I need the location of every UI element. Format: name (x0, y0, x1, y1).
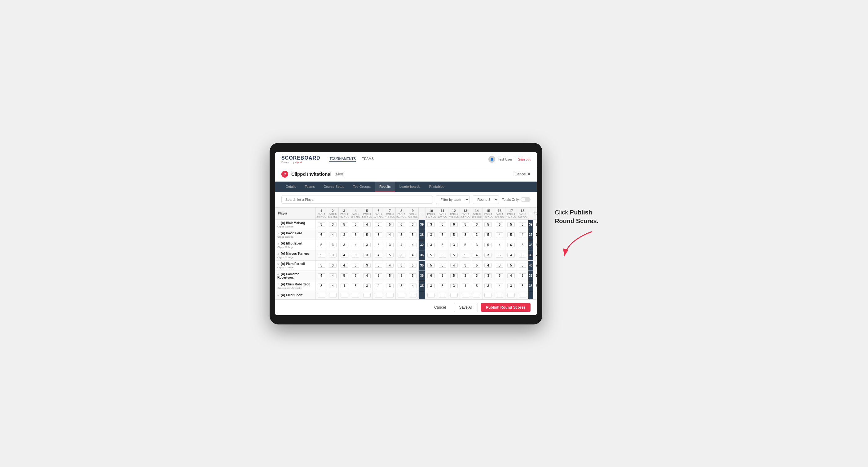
sign-out-link[interactable]: Sign out (518, 157, 530, 161)
score-input-hole-9[interactable] (409, 243, 416, 247)
save-all-btn[interactable]: Save All (454, 303, 478, 312)
hole-3-score[interactable] (338, 271, 350, 281)
hole-9-score[interactable] (407, 250, 418, 260)
hole-14-score[interactable] (471, 230, 483, 240)
hole-16-score[interactable] (494, 281, 505, 291)
hole-9-score[interactable] (407, 230, 418, 240)
score-input-hole-5[interactable] (363, 293, 371, 298)
score-input-hole-1[interactable] (318, 273, 325, 278)
score-input-hole-17[interactable] (507, 273, 515, 278)
score-input-hole-10[interactable] (427, 263, 435, 268)
score-input-hole-15[interactable] (484, 273, 492, 278)
score-input-hole-3[interactable] (341, 263, 348, 268)
hole-14-score[interactable] (471, 271, 483, 281)
score-input-hole-7[interactable] (386, 232, 394, 237)
score-input-hole-14[interactable] (473, 284, 480, 288)
hole-11-score[interactable] (437, 250, 448, 260)
score-input-hole-3[interactable] (341, 293, 348, 298)
filter-team-select[interactable]: Filter by team (436, 195, 470, 204)
hole-16-score[interactable] (494, 240, 505, 250)
hole-13-score[interactable] (460, 281, 471, 291)
hole-17-score[interactable] (505, 250, 517, 260)
score-input-hole-16[interactable] (496, 253, 503, 257)
score-input-hole-1[interactable] (318, 263, 325, 268)
hole-12-score[interactable] (448, 281, 460, 291)
score-input-hole-13[interactable] (462, 293, 469, 298)
hole-11-score[interactable] (437, 291, 448, 299)
score-input-hole-4[interactable] (352, 273, 359, 278)
hole-9-score[interactable] (407, 240, 418, 250)
score-input-hole-5[interactable] (363, 243, 371, 247)
hole-3-score[interactable] (338, 250, 350, 260)
hole-11-score[interactable] (437, 230, 448, 240)
score-input-hole-6[interactable] (375, 232, 382, 237)
publish-round-scores-btn[interactable]: Publish Round Scores (481, 303, 530, 312)
hole-14-score[interactable] (471, 240, 483, 250)
hole-17-score[interactable] (505, 291, 517, 299)
score-input-hole-9[interactable] (409, 293, 416, 298)
score-input-hole-5[interactable] (363, 222, 371, 227)
score-input-hole-11[interactable] (439, 232, 446, 237)
score-input-hole-1[interactable] (318, 284, 325, 288)
hole-15-score[interactable] (483, 250, 494, 260)
score-input-hole-11[interactable] (439, 273, 446, 278)
tab-printables[interactable]: Printables (425, 182, 449, 192)
hole-3-score[interactable] (338, 281, 350, 291)
score-input-hole-17[interactable] (507, 232, 515, 237)
hole-12-score[interactable] (448, 291, 460, 299)
hole-7-score[interactable] (384, 281, 396, 291)
score-input-hole-10[interactable] (427, 253, 435, 257)
score-input-hole-4[interactable] (352, 263, 359, 268)
hole-18-score[interactable] (517, 250, 528, 260)
hole-17-score[interactable] (505, 271, 517, 281)
score-input-hole-4[interactable] (352, 222, 359, 227)
hole-6-score[interactable] (373, 219, 384, 230)
score-input-hole-10[interactable] (427, 243, 435, 247)
hole-18-score[interactable] (517, 281, 528, 291)
hole-17-score[interactable] (505, 281, 517, 291)
hole-8-score[interactable] (396, 219, 407, 230)
hole-8-score[interactable] (396, 250, 407, 260)
hole-11-score[interactable] (437, 271, 448, 281)
score-input-hole-9[interactable] (409, 253, 416, 257)
score-input-hole-1[interactable] (318, 232, 325, 237)
hole-1-score[interactable] (315, 230, 327, 240)
score-input-hole-1[interactable] (318, 243, 325, 247)
hole-3-score[interactable] (338, 291, 350, 299)
hole-10-score[interactable] (426, 281, 437, 291)
score-input-hole-8[interactable] (398, 232, 405, 237)
hole-18-score[interactable] (517, 260, 528, 271)
score-input-hole-15[interactable] (484, 253, 492, 257)
hole-6-score[interactable] (373, 271, 384, 281)
tab-tee-groups[interactable]: Tee Groups (349, 182, 375, 192)
totals-toggle-switch[interactable] (521, 197, 530, 202)
score-input-hole-16[interactable] (496, 273, 503, 278)
hole-16-score[interactable] (494, 230, 505, 240)
hole-12-score[interactable] (448, 230, 460, 240)
score-input-hole-7[interactable] (386, 253, 394, 257)
hole-5-score[interactable] (361, 230, 373, 240)
score-input-hole-16[interactable] (496, 222, 503, 227)
score-input-hole-8[interactable] (398, 284, 405, 288)
hole-15-score[interactable] (483, 281, 494, 291)
footer-cancel-btn[interactable]: Cancel (429, 303, 451, 312)
score-input-hole-18[interactable] (519, 222, 526, 227)
hole-7-score[interactable] (384, 240, 396, 250)
score-input-hole-1[interactable] (318, 293, 325, 298)
score-input-hole-11[interactable] (439, 263, 446, 268)
score-input-hole-12[interactable] (450, 222, 458, 227)
nav-tournaments[interactable]: TOURNAMENTS (330, 157, 356, 162)
hole-8-score[interactable] (396, 260, 407, 271)
score-input-hole-10[interactable] (427, 232, 435, 237)
hole-11-score[interactable] (437, 260, 448, 271)
hole-6-score[interactable] (373, 240, 384, 250)
score-input-hole-3[interactable] (341, 232, 348, 237)
hole-7-score[interactable] (384, 219, 396, 230)
score-input-hole-10[interactable] (427, 273, 435, 278)
hole-10-score[interactable] (426, 250, 437, 260)
score-input-hole-2[interactable] (329, 253, 337, 257)
hole-5-score[interactable] (361, 260, 373, 271)
score-input-hole-18[interactable] (519, 273, 526, 278)
score-input-hole-15[interactable] (484, 293, 492, 298)
hole-12-score[interactable] (448, 260, 460, 271)
